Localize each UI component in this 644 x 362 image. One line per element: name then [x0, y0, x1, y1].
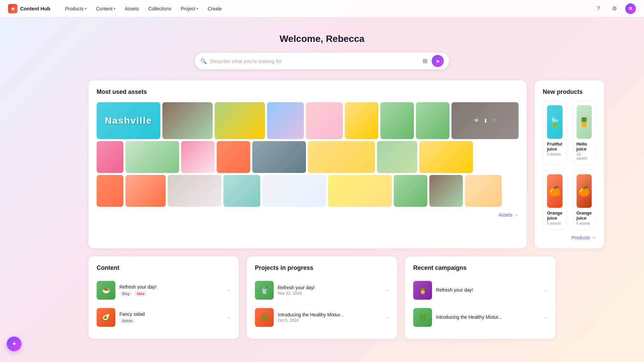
- asset-item[interactable]: 👁 ⬇ ♡: [377, 141, 417, 173]
- heart-icon[interactable]: ♡: [292, 118, 297, 124]
- heart-icon[interactable]: ♡: [247, 118, 251, 124]
- download-icon[interactable]: ⬇: [284, 118, 288, 124]
- asset-item[interactable]: 👁 ⬇ ♡: [217, 141, 250, 173]
- asset-item[interactable]: 👁 ⬇ ♡: [306, 102, 343, 139]
- download-icon[interactable]: ⬇: [444, 154, 449, 160]
- download-icon[interactable]: ⬇: [108, 154, 113, 160]
- heart-icon[interactable]: ♡: [331, 118, 336, 124]
- eye-icon[interactable]: 👁: [435, 188, 440, 194]
- nav-collections[interactable]: Collections: [144, 4, 175, 13]
- download-icon[interactable]: ⬇: [151, 154, 155, 160]
- product-card[interactable]: 🍍 Hello juice 10 assets: [572, 101, 596, 165]
- eye-icon[interactable]: 👁: [222, 154, 228, 160]
- eye-icon[interactable]: 👁: [268, 154, 273, 160]
- asset-item[interactable]: 👁 ⬇ ♡: [97, 141, 123, 173]
- eye-icon[interactable]: 👁: [187, 154, 192, 160]
- heart-icon[interactable]: ♡: [348, 154, 353, 160]
- download-icon[interactable]: ⬇: [108, 188, 113, 194]
- project-item[interactable]: 🥤 Refresh your day! Nov 12, 2024 →: [255, 277, 389, 304]
- heart-icon[interactable]: ♡: [367, 188, 371, 194]
- product-card[interactable]: 🍃 Fruitful juice 5 assets: [543, 101, 567, 165]
- asset-item[interactable]: 👁 ⬇ ♡: [267, 102, 304, 139]
- eye-icon[interactable]: 👁: [183, 188, 189, 194]
- eye-icon[interactable]: 👁: [176, 118, 182, 124]
- heart-icon[interactable]: ♡: [201, 188, 206, 194]
- eye-icon[interactable]: 👁: [435, 154, 440, 160]
- heart-icon[interactable]: ♡: [159, 154, 164, 160]
- asset-item[interactable]: 👁 ⬇ ♡: [345, 102, 378, 139]
- avatar[interactable]: R: [625, 3, 636, 14]
- download-icon[interactable]: ⬇: [358, 188, 363, 194]
- eye-icon[interactable]: 👁: [141, 154, 147, 160]
- asset-item[interactable]: 👁 ⬇ ♡: [429, 175, 463, 207]
- eye-icon[interactable]: 👁: [117, 118, 123, 124]
- heart-icon[interactable]: ♡: [492, 118, 496, 124]
- asset-item[interactable]: 👁 ⬇ ♡: [162, 102, 213, 139]
- asset-item[interactable]: 👁 ⬇ ♡: [419, 141, 473, 173]
- campaign-item[interactable]: 🍍 Refresh your day! →: [413, 277, 547, 304]
- download-icon[interactable]: ⬇: [409, 188, 413, 194]
- nav-content[interactable]: Content ▾: [92, 4, 119, 13]
- asset-item[interactable]: 👁 ⬇ ♡: [97, 175, 123, 207]
- download-icon[interactable]: ⬇: [292, 188, 297, 194]
- eye-icon[interactable]: 👁: [472, 188, 478, 194]
- heart-icon[interactable]: ♡: [205, 154, 209, 160]
- search-submit-button[interactable]: ➤: [432, 55, 444, 67]
- heart-icon[interactable]: ♡: [249, 188, 253, 194]
- eye-icon[interactable]: 👁: [135, 188, 140, 194]
- asset-item[interactable]: 👁 ⬇ ♡: [465, 175, 502, 207]
- download-icon[interactable]: ⬇: [232, 154, 236, 160]
- eye-icon[interactable]: 👁: [349, 188, 354, 194]
- project-item[interactable]: 🌿 Introducing the Healthy Mixtur... Oct …: [255, 304, 389, 331]
- campaign-item[interactable]: 🌿 Introducing the Healthy Mixtur... →: [413, 304, 547, 331]
- asset-item[interactable]: 👁 ⬇ ♡: [328, 175, 392, 207]
- download-icon[interactable]: ⬇: [196, 154, 201, 160]
- eye-icon[interactable]: 👁: [399, 188, 405, 194]
- nav-products[interactable]: Products ▾: [61, 4, 91, 13]
- download-icon[interactable]: ⬇: [431, 118, 435, 124]
- heart-icon[interactable]: ♡: [301, 188, 306, 194]
- products-link[interactable]: Products →: [543, 235, 596, 240]
- eye-icon[interactable]: 👁: [283, 188, 288, 194]
- download-icon[interactable]: ⬇: [395, 118, 400, 124]
- asset-item[interactable]: 👁 ⬇ ♡: [308, 141, 375, 173]
- download-icon[interactable]: ⬇: [360, 118, 364, 124]
- eye-icon[interactable]: 👁: [422, 118, 427, 124]
- download-icon[interactable]: ⬇: [444, 188, 449, 194]
- asset-item[interactable]: 👁 ⬇ ♡: [215, 102, 265, 139]
- heart-icon[interactable]: ♡: [368, 118, 373, 124]
- asset-item[interactable]: 👁 ⬇ ♡: [380, 102, 414, 139]
- eye-icon[interactable]: 👁: [313, 118, 319, 124]
- eye-icon[interactable]: 👁: [351, 118, 356, 124]
- content-item[interactable]: 🥑 Fancy salad Article →: [97, 304, 231, 331]
- asset-item[interactable]: Nashville 👁 ⬇ ♡: [97, 102, 160, 139]
- download-icon[interactable]: ⬇: [240, 188, 245, 194]
- eye-icon[interactable]: 👁: [274, 118, 280, 124]
- search-input[interactable]: [210, 58, 421, 64]
- heart-icon[interactable]: ♡: [453, 188, 458, 194]
- asset-item[interactable]: 👁 ⬇ ♡: [181, 141, 215, 173]
- nav-create[interactable]: Create: [204, 4, 226, 13]
- asset-item[interactable]: 👁 ⬇ ♡: [125, 175, 166, 207]
- download-icon[interactable]: ⬇: [340, 154, 344, 160]
- heart-icon[interactable]: ♡: [117, 188, 121, 194]
- help-button[interactable]: ?: [593, 3, 604, 14]
- heart-icon[interactable]: ♡: [194, 118, 199, 124]
- heart-icon[interactable]: ♡: [439, 118, 444, 124]
- eye-icon[interactable]: 👁: [386, 154, 391, 160]
- eye-icon[interactable]: 👁: [474, 118, 479, 124]
- asset-item[interactable]: 👁 ⬇ ♡: [125, 141, 179, 173]
- heart-icon[interactable]: ♡: [453, 154, 458, 160]
- heart-icon[interactable]: ♡: [417, 188, 422, 194]
- content-item[interactable]: 🥗 Refresh your day! Blog Idea →: [97, 277, 231, 304]
- asset-item[interactable]: 👁 ⬇ ♡: [252, 141, 306, 173]
- eye-icon[interactable]: 👁: [386, 118, 391, 124]
- image-search-icon[interactable]: ⊞: [421, 56, 429, 66]
- asset-item[interactable]: 👁 ⬇ ♡: [451, 102, 519, 139]
- download-icon[interactable]: ⬇: [323, 118, 327, 124]
- eye-icon[interactable]: 👁: [231, 188, 236, 194]
- download-icon[interactable]: ⬇: [277, 154, 282, 160]
- eye-icon[interactable]: 👁: [229, 118, 234, 124]
- assets-link[interactable]: Assets →: [498, 212, 519, 218]
- heart-icon[interactable]: ♡: [404, 118, 409, 124]
